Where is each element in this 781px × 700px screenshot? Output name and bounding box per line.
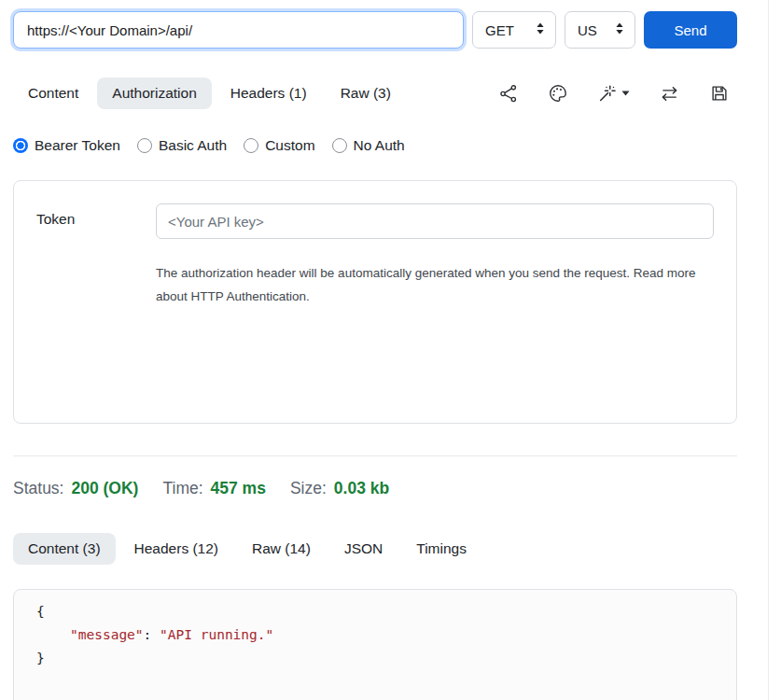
token-label: Token xyxy=(36,203,156,400)
response-tabs: Content (3) Headers (12) Raw (14) JSON T… xyxy=(13,533,737,565)
size-pair: Size: 0.03 kb xyxy=(290,479,389,498)
status-value: 200 (OK) xyxy=(71,479,138,498)
size-value: 0.03 kb xyxy=(334,479,389,498)
tab-authorization[interactable]: Authorization xyxy=(97,77,211,109)
token-help-text: The authorization header will be automat… xyxy=(156,261,699,308)
method-select-value: GET xyxy=(485,22,514,38)
response-summary: Status: 200 (OK) Time: 457 ms Size: 0.03… xyxy=(13,479,737,498)
resp-tab-json[interactable]: JSON xyxy=(329,533,397,565)
code-line-3: } xyxy=(36,647,721,670)
radio-no-auth[interactable]: No Auth xyxy=(332,137,405,154)
resp-tab-content[interactable]: Content (3) xyxy=(13,533,116,565)
request-bar: GET US Send xyxy=(13,11,737,49)
api-test-tool: GET US Send Content Authorization Header… xyxy=(0,0,781,700)
radio-custom[interactable]: Custom xyxy=(244,137,314,154)
size-label: Size: xyxy=(290,479,327,498)
radio-no-auth-label: No Auth xyxy=(354,137,405,154)
response-body: { "message": "API running." } xyxy=(13,589,737,700)
share-icon[interactable] xyxy=(498,83,519,104)
radio-bearer-token[interactable]: Bearer Token xyxy=(13,137,120,154)
token-input[interactable] xyxy=(156,203,714,239)
column-divider xyxy=(768,0,769,700)
json-separator: : xyxy=(144,627,160,642)
code-line-1: { xyxy=(36,600,721,623)
caret-down-icon xyxy=(621,91,630,96)
updown-caret-icon xyxy=(614,21,625,38)
url-input[interactable] xyxy=(13,11,464,49)
toolbar-icons xyxy=(498,83,737,105)
method-select[interactable]: GET xyxy=(472,11,556,49)
radio-unselected-icon xyxy=(244,138,258,153)
section-divider xyxy=(13,455,737,456)
region-select-value: US xyxy=(578,22,597,38)
region-select[interactable]: US xyxy=(565,11,635,49)
radio-basic-auth[interactable]: Basic Auth xyxy=(137,137,227,154)
tab-content[interactable]: Content xyxy=(13,77,93,109)
resp-tab-timings[interactable]: Timings xyxy=(401,533,481,565)
radio-unselected-icon xyxy=(137,138,152,153)
json-key: "message" xyxy=(36,627,144,642)
json-value: "API running." xyxy=(160,627,273,642)
tab-headers[interactable]: Headers (1) xyxy=(216,77,322,109)
auth-type-options: Bearer Token Basic Auth Custom No Auth xyxy=(13,137,737,154)
tab-raw[interactable]: Raw (3) xyxy=(326,77,406,109)
time-value: 457 ms xyxy=(211,479,266,498)
save-icon[interactable] xyxy=(709,83,730,104)
code-line-2: "message": "API running." xyxy=(36,623,721,647)
time-pair: Time: 457 ms xyxy=(162,479,265,498)
status-label: Status: xyxy=(13,479,63,498)
status-pair: Status: 200 (OK) xyxy=(13,479,138,498)
request-tabs: Content Authorization Headers (1) Raw (3… xyxy=(13,77,737,109)
radio-selected-icon xyxy=(13,138,28,153)
radio-unselected-icon xyxy=(332,138,347,153)
magic-wand-dropdown-icon[interactable] xyxy=(597,83,630,104)
bearer-token-panel: Token The authorization header will be a… xyxy=(13,180,737,424)
resp-tab-raw[interactable]: Raw (14) xyxy=(237,533,326,565)
palette-icon[interactable] xyxy=(548,83,568,104)
swap-arrows-icon[interactable] xyxy=(659,83,680,105)
radio-basic-auth-label: Basic Auth xyxy=(159,137,227,154)
radio-bearer-token-label: Bearer Token xyxy=(35,137,120,154)
send-button[interactable]: Send xyxy=(644,11,737,49)
radio-custom-label: Custom xyxy=(265,137,314,154)
time-label: Time: xyxy=(162,479,202,498)
updown-caret-icon xyxy=(535,21,546,38)
resp-tab-headers[interactable]: Headers (12) xyxy=(119,533,233,565)
